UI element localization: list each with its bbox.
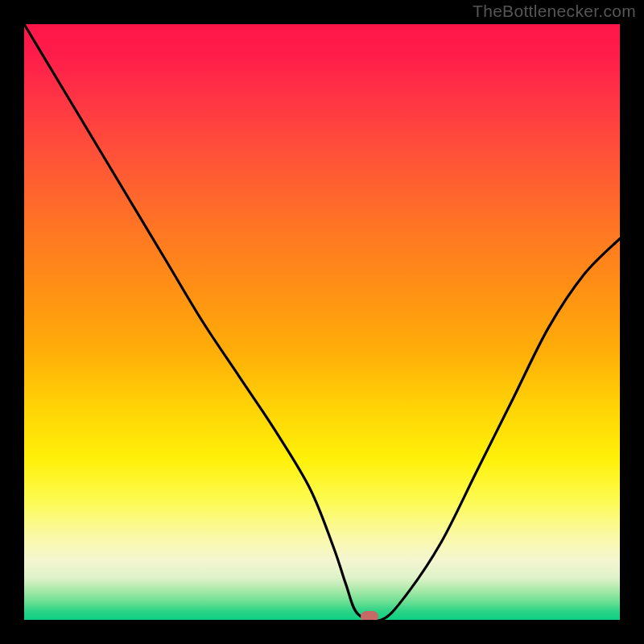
bottleneck-curve (24, 24, 620, 620)
optimal-marker (361, 611, 378, 620)
watermark-text: TheBottlenecker.com (473, 2, 636, 21)
plot-area (24, 24, 620, 620)
chart-frame: TheBottlenecker.com (0, 0, 644, 644)
